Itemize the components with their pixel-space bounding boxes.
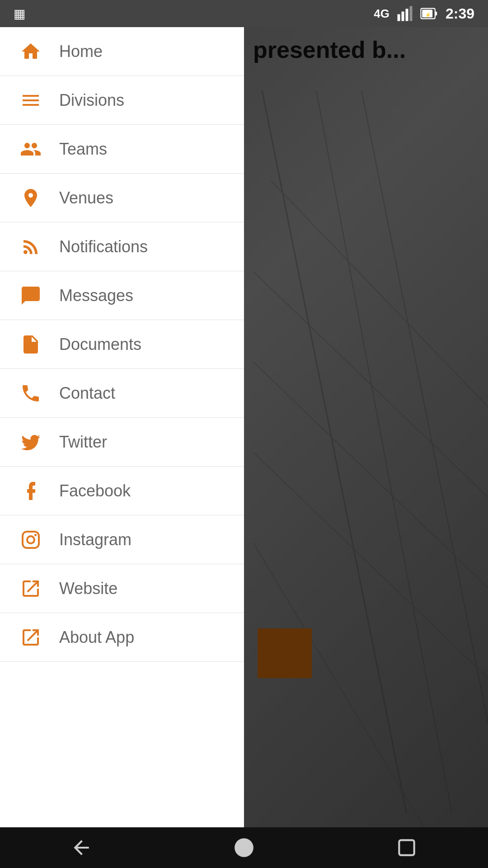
drawer-overlay[interactable]: [244, 0, 488, 868]
svg-rect-11: [409, 6, 412, 21]
phone-icon: [18, 381, 43, 406]
navigation-bar: [0, 827, 488, 868]
time-display: 2:39: [446, 5, 474, 22]
signal-bars-icon: [397, 5, 413, 22]
svg-point-16: [235, 838, 253, 857]
status-bar: ▦ 4G ⚡ 2:39: [0, 0, 488, 27]
sidebar-item-notifications[interactable]: Notifications: [0, 222, 244, 271]
svg-rect-17: [399, 840, 414, 855]
sidebar-item-label-divisions: Divisions: [59, 91, 124, 110]
svg-rect-9: [401, 12, 404, 21]
location-icon: [18, 185, 43, 210]
sidebar-item-documents[interactable]: Documents: [0, 320, 244, 369]
sim-icon: ▦: [14, 6, 25, 21]
svg-rect-8: [397, 14, 400, 21]
sidebar-item-messages[interactable]: Messages: [0, 271, 244, 320]
sidebar-item-label-home: Home: [59, 42, 103, 61]
sidebar-item-label-about-app: About App: [59, 628, 134, 647]
sidebar-item-label-venues: Venues: [59, 189, 113, 208]
sidebar-item-label-documents: Documents: [59, 335, 141, 354]
rss-icon: [18, 234, 43, 259]
sidebar-item-venues[interactable]: Venues: [0, 174, 244, 222]
external-link-icon: [18, 576, 43, 601]
instagram-icon: [18, 527, 43, 552]
home-icon: [18, 39, 43, 64]
home-button[interactable]: [228, 832, 260, 863]
sidebar-item-label-teams: Teams: [59, 140, 107, 159]
svg-text:⚡: ⚡: [425, 12, 432, 18]
sidebar-item-instagram[interactable]: Instagram: [0, 515, 244, 564]
sidebar-item-twitter[interactable]: Twitter: [0, 418, 244, 467]
sidebar-item-label-facebook: Facebook: [59, 481, 131, 500]
chat-icon: [18, 283, 43, 308]
network-type: 4G: [374, 7, 389, 21]
sidebar-item-about-app[interactable]: About App: [0, 613, 244, 662]
sidebar-item-facebook[interactable]: Facebook: [0, 467, 244, 515]
battery-icon: ⚡: [420, 5, 438, 22]
svg-rect-13: [435, 12, 437, 16]
sidebar-item-website[interactable]: Website: [0, 564, 244, 613]
sidebar-item-divisions[interactable]: Divisions: [0, 76, 244, 125]
sidebar-item-label-website: Website: [59, 579, 117, 598]
facebook-icon: [18, 478, 43, 503]
sidebar-item-label-messages: Messages: [59, 286, 133, 305]
teams-icon: [18, 137, 43, 161]
sidebar-item-home[interactable]: Home: [0, 27, 244, 76]
document-icon: [18, 332, 43, 357]
sidebar-item-label-contact: Contact: [59, 384, 115, 403]
sidebar-item-label-twitter: Twitter: [59, 433, 107, 452]
back-button[interactable]: [66, 832, 97, 863]
side-drawer: Home Divisions Teams Venues Notification…: [0, 27, 244, 827]
sidebar-item-label-instagram: Instagram: [59, 530, 131, 549]
menu-icon: [18, 88, 43, 113]
recent-apps-button[interactable]: [391, 832, 422, 863]
about-icon: [18, 625, 43, 650]
sidebar-item-teams[interactable]: Teams: [0, 125, 244, 174]
sidebar-item-label-notifications: Notifications: [59, 237, 148, 256]
svg-rect-10: [405, 9, 408, 21]
twitter-icon: [18, 429, 43, 454]
sidebar-item-contact[interactable]: Contact: [0, 369, 244, 418]
